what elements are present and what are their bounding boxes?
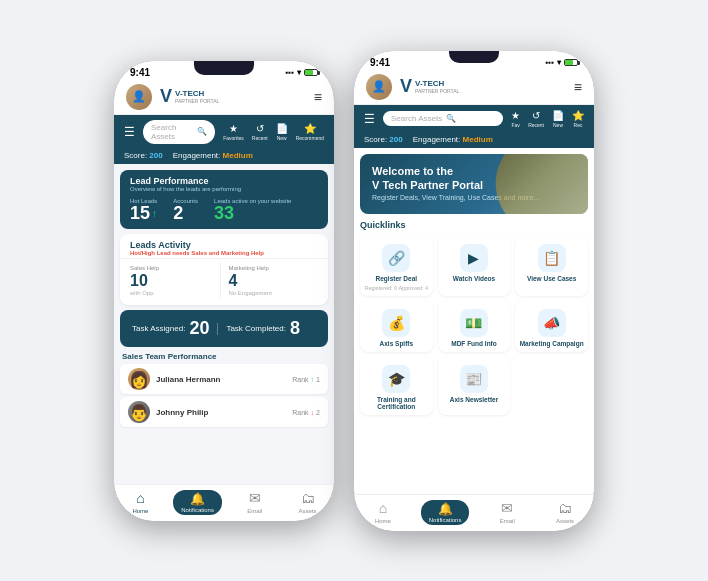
quicklink-newsletter[interactable]: 📰 Axis Newsletter (438, 357, 511, 415)
nav-home-right[interactable]: ⌂ Home (363, 500, 403, 525)
banner-image (485, 154, 588, 214)
status-time-left: 9:41 (130, 67, 150, 78)
nav-assets-left[interactable]: 🗂 Assets (288, 490, 328, 515)
leads-activity-header: Leads Activity Hot/High Lead needs Sales… (120, 234, 328, 258)
quicklinks-grid: 🔗 Register Deal Registered: 0 Approved: … (360, 236, 588, 415)
lead-performance-header: Lead Performance Overview of how the lea… (120, 170, 328, 194)
quicklink-register-deal[interactable]: 🔗 Register Deal Registered: 0 Approved: … (360, 236, 433, 296)
register-deal-sub: Registered: 0 Approved: 4 (365, 285, 429, 291)
hot-leads-value: 15 ↑ (130, 204, 157, 224)
team-member-0[interactable]: 👩 Juliana Hermann Rank ↑ 1 (120, 364, 328, 394)
engagement-label-left: Engagement: Medium (173, 151, 253, 160)
hamburger-menu-right[interactable]: ≡ (574, 79, 582, 95)
assets-icon-left: 🗂 (301, 490, 315, 506)
favorites-icon-right[interactable]: ★ Fav (511, 110, 520, 128)
new-icon[interactable]: 📄 New (276, 123, 288, 141)
axis-spiffs-icon: 💰 (382, 309, 410, 337)
mdf-fund-icon: 💵 (460, 309, 488, 337)
task-assigned-label: Task Assigned: (132, 324, 185, 333)
accounts-metric: Accounts 2 (173, 198, 198, 224)
team-name-1: Johnny Philip (156, 408, 286, 417)
avatar-left: 👤 (126, 84, 152, 110)
brand-v-right: V (400, 76, 412, 97)
favorites-icon[interactable]: ★ Favorites (223, 123, 244, 141)
score-label-left: Score: 200 (124, 151, 163, 160)
search-input-left[interactable]: Search Assets 🔍 (143, 120, 215, 144)
brand-name-right: V-TECH (415, 80, 459, 88)
notifications-active-bg-left: 🔔 Notifications (173, 490, 222, 515)
task-bar: Task Assigned: 20 Task Completed: 8 (120, 310, 328, 347)
recommend-icon[interactable]: ⭐ Recommend (296, 123, 324, 141)
marketing-help-value: 4 (229, 271, 319, 290)
task-assigned-value: 20 (189, 318, 209, 339)
status-time-right: 9:41 (370, 57, 390, 68)
team-member-1[interactable]: 👨 Johnny Philip Rank ↓ 2 (120, 397, 328, 427)
quicklink-use-cases[interactable]: 📋 View Use Cases (515, 236, 588, 296)
notifications-active-bg-right: 🔔 Notifications (421, 500, 470, 525)
task-completed-item: Task Completed: 8 (226, 318, 300, 339)
search-bar-right: ☰ Search Assets 🔍 ★ Fav ↺ Recent 📄 New (354, 105, 594, 133)
newsletter-label: Axis Newsletter (450, 396, 498, 403)
lead-performance-card: Lead Performance Overview of how the lea… (120, 170, 328, 230)
search-icon-right: 🔍 (446, 114, 456, 123)
score-label-right: Score: 200 (364, 135, 403, 144)
engagement-label-right: Engagement: Medium (413, 135, 493, 144)
use-cases-label: View Use Cases (527, 275, 576, 282)
marketing-help-metric: Marketing Help 4 No Engagement (220, 262, 319, 299)
notch-right (449, 51, 499, 63)
top-nav-right: 👤 V V-TECH PARTNER PORTAL ≡ (354, 70, 594, 105)
team-name-0: Juliana Hermann (156, 375, 286, 384)
wifi-icon-left: ▾ (297, 68, 301, 77)
quicklink-marketing-campaign[interactable]: 📣 Marketing Campaign (515, 301, 588, 352)
search-text-right: Search Assets (391, 114, 442, 123)
team-rank-1: Rank ↓ 2 (292, 409, 320, 416)
nav-notifications-left[interactable]: 🔔 Notifications (173, 490, 222, 515)
marketing-help-sub: No Engagement (229, 290, 319, 296)
website-leads-metric: Leads active on your website 33 (214, 198, 291, 224)
lead-performance-title: Lead Performance (130, 176, 318, 186)
rank-arrow-0: ↑ (311, 376, 315, 383)
home-icon-right: ⌂ (379, 500, 387, 516)
task-completed-value: 8 (290, 318, 300, 339)
brand-name-left: V-TECH (175, 90, 219, 98)
register-deal-icon: 🔗 (382, 244, 410, 272)
content-left: Lead Performance Overview of how the lea… (114, 164, 334, 484)
quicklinks-title: Quicklinks (360, 220, 588, 230)
training-icon: 🎓 (382, 365, 410, 393)
engagement-value-left: Medium (223, 151, 253, 160)
nav-assets-right[interactable]: 🗂 Assets (545, 500, 585, 525)
brand-logo-right: V V-TECH PARTNER PORTAL (400, 76, 459, 97)
accounts-value: 2 (173, 204, 198, 224)
rank-arrow-1: ↓ (311, 409, 315, 416)
search-input-right[interactable]: Search Assets 🔍 (383, 111, 503, 126)
hamburger-menu-left[interactable]: ≡ (314, 89, 322, 105)
signal-icon-left: ▪▪▪ (285, 68, 294, 77)
leads-activity-metrics: Sales Help 10 with Opp Marketing Help 4 … (120, 258, 328, 305)
task-assigned-item: Task Assigned: 20 (132, 318, 209, 339)
quicklink-training[interactable]: 🎓 Training and Certification (360, 357, 433, 415)
quicklink-axis-spiffs[interactable]: 💰 Axis Spiffs (360, 301, 433, 352)
score-value-left: 200 (149, 151, 162, 160)
nav-email-right[interactable]: ✉ Email (487, 500, 527, 525)
nav-home-left[interactable]: ⌂ Home (120, 490, 160, 515)
nav-email-left[interactable]: ✉ Email (235, 490, 275, 515)
menu-icon-right[interactable]: ☰ (364, 112, 375, 126)
sales-team-title: Sales Team Performance (120, 352, 328, 364)
top-nav-left: 👤 V V-TECH PARTNER PORTAL ≡ (114, 80, 334, 115)
brand-v-left: V (160, 86, 172, 107)
lead-performance-metrics: Hot Leads 15 ↑ Accounts 2 Leads active o… (120, 194, 328, 230)
search-bar-left: ☰ Search Assets 🔍 ★ Favorites ↺ Recent 📄… (114, 115, 334, 149)
recommend-icon-right[interactable]: ⭐ Rec (572, 110, 584, 128)
register-deal-label: Register Deal (376, 275, 418, 282)
menu-icon-left[interactable]: ☰ (124, 125, 135, 139)
new-icon-right[interactable]: 📄 New (552, 110, 564, 128)
search-icon-left: 🔍 (197, 127, 207, 136)
signal-icon-right: ▪▪▪ (545, 58, 554, 67)
recent-icon[interactable]: ↺ Recent (252, 123, 268, 141)
quicklink-watch-videos[interactable]: ▶ Watch Videos (438, 236, 511, 296)
nav-notifications-right[interactable]: 🔔 Notifications (421, 500, 470, 525)
leads-activity-subtitle: Hot/High Lead needs Sales and Marketing … (130, 250, 318, 256)
recent-icon-right[interactable]: ↺ Recent (528, 110, 544, 128)
quicklink-mdf-fund[interactable]: 💵 MDF Fund Info (438, 301, 511, 352)
search-text-left: Search Assets (151, 123, 193, 141)
